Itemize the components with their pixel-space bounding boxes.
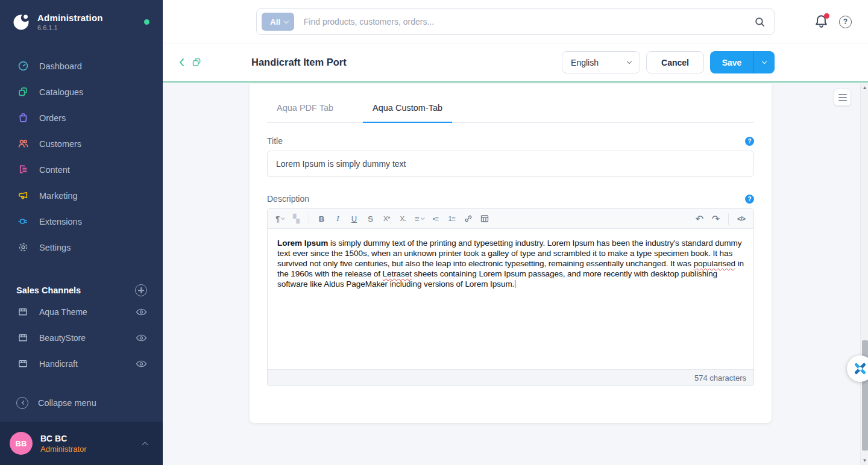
form-card: Aqua PDF Tab Aqua Custom-Tab Title ? Des… bbox=[250, 84, 772, 423]
paragraph-format-icon[interactable]: ¶ bbox=[272, 211, 288, 226]
sidebar-item-label: Extensions bbox=[39, 217, 82, 226]
online-status-dot bbox=[144, 19, 149, 25]
avatar: BB bbox=[10, 432, 33, 455]
scroll-up-arrow[interactable]: ▲ bbox=[861, 84, 868, 92]
toolbar-divider bbox=[728, 213, 729, 225]
description-bold-text: Lorem Ipsum bbox=[277, 239, 328, 248]
sidebar-item-label: Content bbox=[39, 165, 70, 175]
eye-icon[interactable] bbox=[136, 334, 147, 342]
table-icon[interactable] bbox=[477, 211, 492, 226]
checkerboard-icon[interactable]: ▚ bbox=[289, 211, 304, 226]
description-help-icon[interactable]: ? bbox=[745, 195, 754, 204]
user-menu[interactable]: BB BC BC Administrator bbox=[0, 422, 163, 465]
settings-icon bbox=[17, 242, 29, 253]
code-view-icon[interactable]: </> bbox=[734, 211, 749, 226]
sidebar-item-dashboard[interactable]: Dashboard bbox=[0, 53, 163, 79]
undo-icon[interactable]: ↶ bbox=[692, 211, 707, 226]
extensions-icon bbox=[17, 216, 29, 227]
sidebar-item-orders[interactable]: Orders bbox=[0, 105, 163, 131]
sales-channels-header: Sales Channels bbox=[0, 282, 163, 299]
storefront-icon bbox=[17, 332, 28, 343]
search-icon[interactable] bbox=[754, 16, 766, 28]
sidebar-item-label: Dashboard bbox=[39, 61, 82, 71]
ordered-list-icon[interactable]: 1≡ bbox=[444, 211, 459, 226]
sidebar-item-content[interactable]: Content bbox=[0, 157, 163, 183]
notification-badge bbox=[824, 13, 829, 19]
underline-icon[interactable]: U bbox=[347, 211, 362, 226]
sidebar-item-label: Orders bbox=[39, 113, 66, 123]
marketing-icon bbox=[17, 190, 29, 201]
sidebar-item-handicraft[interactable]: Handicraft bbox=[0, 351, 163, 376]
align-icon[interactable]: ≡ bbox=[412, 211, 427, 226]
collapse-menu-button[interactable]: Collapse menu bbox=[0, 390, 163, 416]
chevron-up-icon bbox=[142, 442, 148, 448]
sidebar-item-customers[interactable]: Customers bbox=[0, 131, 163, 157]
blue-x-logo-icon bbox=[853, 361, 867, 376]
user-role: Administrator bbox=[40, 445, 87, 454]
sidebar-item-label: Settings bbox=[39, 243, 71, 252]
tab-aqua-pdf[interactable]: Aqua PDF Tab bbox=[267, 99, 343, 123]
sidebar-item-beautystore[interactable]: BeautyStore bbox=[0, 325, 163, 351]
eye-icon[interactable] bbox=[136, 360, 147, 368]
search-scope-dropdown[interactable]: All bbox=[262, 13, 294, 31]
sidebar-item-label: Customers bbox=[39, 139, 81, 149]
description-text: is simply dummy text of the printing and… bbox=[277, 239, 741, 268]
save-options-button[interactable] bbox=[753, 51, 775, 73]
sidebar-nav: Dashboard Catalogues Orders Customers Co… bbox=[0, 53, 163, 260]
chevron-down-icon bbox=[627, 59, 632, 64]
title-input[interactable] bbox=[267, 151, 754, 177]
title-help-icon[interactable]: ? bbox=[745, 137, 754, 146]
bold-icon[interactable]: B bbox=[314, 211, 329, 226]
back-button[interactable] bbox=[175, 55, 189, 70]
page-scrollbar: ▲ ▼ bbox=[860, 83, 868, 465]
sidebar-item-settings[interactable]: Settings bbox=[0, 234, 163, 260]
sidebar-item-aqua-theme[interactable]: Aqua Theme bbox=[0, 299, 163, 325]
rich-text-editor: ¶ ▚ B I U S X* X. ≡ •≡ 1≡ ↶ bbox=[267, 208, 754, 386]
subscript-icon[interactable]: X. bbox=[395, 211, 410, 226]
sidebar-item-marketing[interactable]: Marketing bbox=[0, 183, 163, 208]
save-button[interactable]: Save bbox=[710, 51, 753, 73]
scroll-down-arrow[interactable]: ▼ bbox=[861, 457, 868, 464]
content-icon bbox=[17, 164, 29, 175]
add-sales-channel-icon[interactable] bbox=[135, 284, 147, 296]
strikethrough-icon[interactable]: S bbox=[363, 211, 378, 226]
description-field-label: Description bbox=[267, 194, 309, 204]
text-cursor bbox=[515, 280, 515, 288]
sidebar-item-extensions[interactable]: Extensions bbox=[0, 208, 163, 234]
link-icon[interactable] bbox=[461, 211, 476, 226]
unordered-list-icon[interactable]: •≡ bbox=[428, 211, 443, 226]
superscript-icon[interactable]: X* bbox=[379, 211, 394, 226]
customers-icon bbox=[17, 138, 29, 149]
sidebar-item-label: Marketing bbox=[39, 191, 78, 201]
redo-icon[interactable]: ↷ bbox=[708, 211, 723, 226]
search-input[interactable] bbox=[304, 17, 754, 27]
catalogues-icon bbox=[17, 86, 29, 98]
app-title: Administration bbox=[37, 13, 103, 23]
topbar: All ? bbox=[163, 0, 868, 43]
sidebar: Administration 6.6.1.1 Dashboard Catalog… bbox=[0, 0, 163, 465]
italic-icon[interactable]: I bbox=[330, 211, 345, 226]
char-counter: 574 characters bbox=[694, 373, 746, 382]
sales-channels-label: Sales Channels bbox=[16, 286, 81, 295]
notifications-button[interactable] bbox=[814, 14, 829, 30]
editor-toolbar: ¶ ▚ B I U S X* X. ≡ •≡ 1≡ ↶ bbox=[268, 209, 753, 229]
language-value: English bbox=[571, 58, 599, 67]
page-title: Handicraft Item Port bbox=[251, 57, 347, 68]
panel-menu-button[interactable] bbox=[834, 89, 851, 106]
tab-bar: Aqua PDF Tab Aqua Custom-Tab bbox=[267, 84, 754, 123]
toolbar-divider bbox=[309, 213, 309, 225]
language-select[interactable]: English bbox=[562, 51, 640, 73]
sidebar-item-catalogues[interactable]: Catalogues bbox=[0, 79, 163, 105]
eye-icon[interactable] bbox=[136, 308, 147, 316]
dashboard-icon bbox=[17, 60, 29, 72]
global-search: All bbox=[256, 8, 775, 35]
duplicate-button[interactable] bbox=[189, 55, 204, 70]
tab-aqua-custom[interactable]: Aqua Custom-Tab bbox=[363, 99, 452, 123]
channel-label: Aqua Theme bbox=[39, 307, 87, 317]
description-editor[interactable]: Lorem Ipsum is simply dummy text of the … bbox=[268, 229, 753, 369]
help-button[interactable]: ? bbox=[839, 16, 852, 28]
app-version: 6.6.1.1 bbox=[37, 24, 103, 31]
save-split-button: Save bbox=[710, 51, 775, 73]
storefront-icon bbox=[17, 358, 28, 369]
cancel-button[interactable]: Cancel bbox=[646, 51, 704, 73]
